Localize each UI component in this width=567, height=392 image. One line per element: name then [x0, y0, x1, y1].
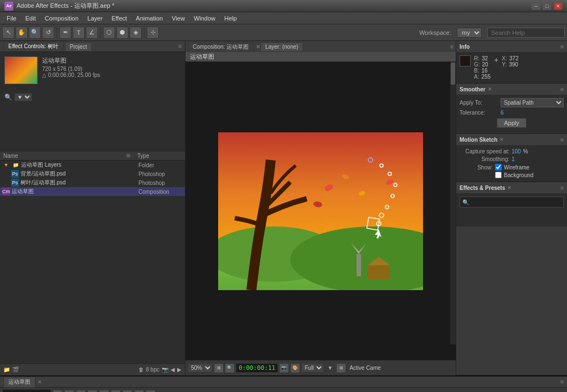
close-button[interactable]: ✕: [554, 2, 563, 10]
tl-snap-btn[interactable]: ⊞: [134, 390, 144, 393]
item-name: 运动草图: [12, 188, 138, 195]
quality-label: ▼: [327, 365, 333, 371]
menu-edit[interactable]: Edit: [21, 14, 40, 23]
tl-loop-btn[interactable]: 🔁: [87, 390, 97, 393]
new-comp-icon[interactable]: 🎬: [12, 367, 19, 373]
comp-scrollbar-v[interactable]: [450, 62, 456, 344]
eraser-tool[interactable]: ◈: [130, 27, 142, 39]
list-item[interactable]: ▼ 📁 运动草图 Layers Folder: [0, 161, 185, 169]
shape-tool[interactable]: ⬡: [103, 27, 115, 39]
comp-tab-close[interactable]: ✕: [256, 44, 260, 50]
smoother-content: Apply To: Spatial Path Tolerance: 6 Appl…: [456, 95, 567, 133]
tl-more-btn[interactable]: ⊹: [146, 390, 156, 393]
pen-tool[interactable]: ✒: [59, 27, 71, 39]
tl-frame-btn[interactable]: ⏪: [76, 390, 86, 393]
comp-panel-menu[interactable]: ≡: [450, 44, 453, 50]
menu-window[interactable]: Window: [189, 14, 220, 23]
list-item[interactable]: Cm 运动草图 Composition: [0, 187, 185, 196]
effects-presets-menu[interactable]: ≡: [560, 185, 564, 191]
text-tool[interactable]: T: [73, 27, 85, 39]
maximize-button[interactable]: □: [543, 2, 551, 10]
project-tab-top[interactable]: Project: [65, 42, 92, 51]
menu-file[interactable]: File: [2, 14, 21, 23]
toolbar: ↖ ✋ 🔍 ↺ ✒ T ∠ ⬡ ⬢ ◈ ⊹ Workspace: my: [0, 24, 567, 41]
r-label: R:: [474, 55, 480, 61]
search-input[interactable]: [487, 28, 565, 38]
effects-presets-header: Effects & Presets ✕ ≡: [456, 182, 567, 193]
menu-view[interactable]: View: [167, 14, 189, 23]
tolerance-value[interactable]: 6: [501, 110, 504, 116]
smoother-panel: Smoother ✕ ≡ Apply To: Spatial Path Tole…: [456, 84, 567, 134]
comp-name: 运动草图: [42, 56, 100, 65]
color-mode-icon[interactable]: 🎨: [290, 363, 300, 373]
hand-tool[interactable]: ✋: [16, 27, 28, 39]
wireframe-checkbox[interactable]: [495, 164, 502, 171]
apply-to-select[interactable]: Spatial Path: [501, 98, 564, 107]
file-tree: ▼ 📁 运动草图 Layers Folder Ps 背景/运动草图.psd Ph…: [0, 161, 185, 363]
magnify-icon[interactable]: 🔍: [225, 363, 235, 373]
effects-search[interactable]: 🔍: [460, 197, 564, 208]
motion-sketch-menu[interactable]: ≡: [560, 137, 564, 143]
menu-animation[interactable]: Animation: [131, 14, 167, 23]
timeline-tab[interactable]: 运动草图: [3, 376, 35, 388]
zoom-select[interactable]: 50%: [188, 363, 213, 373]
file-tree-header: Name ⊞ Type: [0, 152, 185, 161]
background-checkbox[interactable]: [495, 172, 502, 178]
motion-sketch-panel: Motion Sketch ✕ ≡ Capture speed at: 100 …: [456, 134, 567, 182]
minimize-button[interactable]: ─: [532, 2, 540, 10]
g-value: 20: [482, 61, 488, 68]
menu-help[interactable]: Help: [220, 14, 241, 23]
timeline-tab-close[interactable]: ✕: [38, 379, 42, 385]
panel-close-icon[interactable]: ≡: [178, 43, 182, 49]
filter-dropdown[interactable]: ▼: [14, 93, 32, 101]
wireframe-label: Wireframe: [504, 164, 529, 171]
snapshot-icon[interactable]: 📷: [279, 363, 289, 373]
camera-icon[interactable]: 📷: [162, 367, 168, 373]
item-type: Photoshop: [138, 180, 183, 186]
zoom-tool[interactable]: 🔍: [29, 27, 41, 39]
smoother-close-icon[interactable]: ✕: [488, 86, 492, 92]
nav-right-icon[interactable]: ▶: [177, 367, 182, 373]
smoother-panel-header: Smoother ✕ ≡: [456, 84, 567, 95]
grid-icon[interactable]: ⊞: [336, 363, 346, 373]
new-folder-icon[interactable]: 📁: [3, 367, 10, 373]
workspace-dropdown[interactable]: my: [457, 28, 482, 38]
select-tool[interactable]: ↖: [2, 27, 14, 39]
fit-to-screen-icon[interactable]: ⊞: [214, 363, 224, 373]
smoothing-label: Smoothing:: [460, 156, 509, 162]
layer-tab[interactable]: Layer: (none): [260, 42, 303, 51]
smoothing-value[interactable]: 1: [512, 156, 515, 162]
capture-value[interactable]: 100: [512, 148, 521, 154]
wireframe-row: Show: Wireframe: [460, 164, 564, 171]
rotate-tool[interactable]: ↺: [42, 27, 54, 39]
quality-select[interactable]: Full: [301, 363, 324, 373]
apply-button[interactable]: Apply: [497, 118, 527, 128]
info-panel: Info ≡ R: 32 G: 20: [456, 41, 567, 84]
timeline-timecode[interactable]: 0:00:00:11: [2, 389, 51, 392]
list-item[interactable]: Ps 树叶/运动草图.psd Photoshop: [0, 178, 185, 187]
comp-tab[interactable]: Composition: 运动草图: [188, 42, 254, 52]
menu-effect[interactable]: Effect: [107, 14, 131, 23]
menu-composition[interactable]: Composition: [40, 14, 83, 23]
motion-sketch-close[interactable]: ✕: [499, 137, 504, 142]
effects-presets-close[interactable]: ✕: [507, 185, 512, 190]
tl-play-btn[interactable]: ▶: [53, 390, 63, 393]
delete-icon[interactable]: 🗑: [138, 367, 144, 373]
smoother-menu-icon[interactable]: ≡: [560, 86, 564, 92]
tl-step-btn[interactable]: ⏭: [64, 390, 74, 393]
tl-draft-btn[interactable]: ≡: [111, 390, 121, 393]
clone-tool[interactable]: ⬢: [116, 27, 128, 39]
smoothing-row: Smoothing: 1: [460, 156, 564, 162]
brush-tool[interactable]: ∠: [86, 27, 98, 39]
tl-chart-btn[interactable]: 📊: [122, 390, 132, 393]
nav-left-icon[interactable]: ◀: [171, 367, 175, 373]
menu-layer[interactable]: Layer: [83, 14, 107, 23]
timeline-menu[interactable]: ≡: [560, 379, 564, 385]
puppet-tool[interactable]: ⊹: [147, 27, 159, 39]
list-item[interactable]: Ps 背景/运动草图.psd Photoshop: [0, 169, 185, 178]
tl-audio-btn[interactable]: 🔊: [99, 390, 109, 393]
effect-controls-tab[interactable]: Effect Controls: 树叶: [3, 41, 64, 51]
info-panel-close[interactable]: ≡: [560, 44, 564, 50]
comp-artwork: [218, 132, 423, 290]
folder-expand-icon: ▼: [2, 161, 10, 169]
